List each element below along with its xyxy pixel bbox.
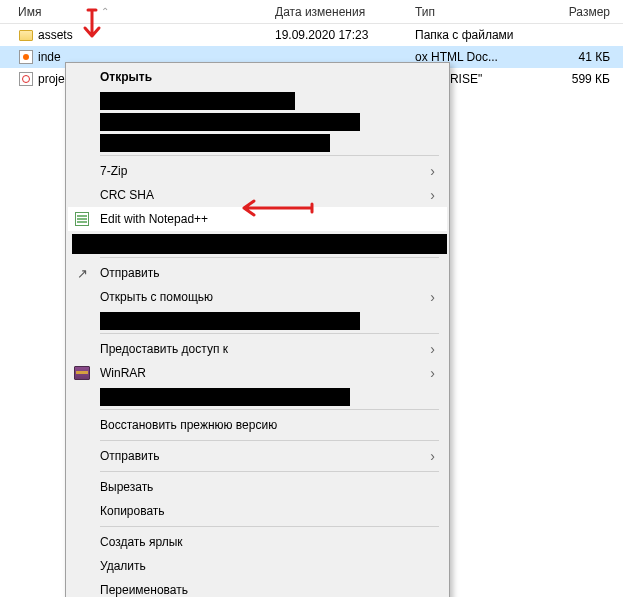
menu-winrar[interactable]: WinRAR › xyxy=(68,361,447,385)
menu-crcsha[interactable]: CRC SHA › xyxy=(68,183,447,207)
menu-separator xyxy=(100,333,439,334)
menu-grant-access[interactable]: Предоставить доступ к › xyxy=(68,337,447,361)
menu-label: Открыть с помощью xyxy=(100,290,430,304)
column-name-label: Имя xyxy=(18,5,41,19)
menu-copy[interactable]: Копировать xyxy=(68,499,447,523)
context-menu: Открыть 7-Zip › CRC SHA › Edit with Note… xyxy=(65,62,450,597)
menu-separator xyxy=(100,155,439,156)
sort-indicator-icon: ⌃ xyxy=(101,6,109,17)
menu-separator xyxy=(100,440,439,441)
menu-label: Удалить xyxy=(100,559,439,573)
winrar-icon xyxy=(72,363,92,383)
menu-7zip[interactable]: 7-Zip › xyxy=(68,159,447,183)
menu-send[interactable]: Отправить xyxy=(68,261,447,285)
menu-create-shortcut[interactable]: Создать ярлык xyxy=(68,530,447,554)
menu-label: Предоставить доступ к xyxy=(100,342,430,356)
file-type: Папка с файлами xyxy=(415,28,545,42)
menu-label: Отправить xyxy=(100,266,439,280)
mobirise-file-icon xyxy=(18,71,34,87)
file-name: proje xyxy=(38,72,65,86)
menu-restore-version[interactable]: Восстановить прежнюю версию xyxy=(68,413,447,437)
menu-delete[interactable]: Удалить xyxy=(68,554,447,578)
column-date[interactable]: Дата изменения xyxy=(275,5,415,19)
menu-label: WinRAR xyxy=(100,366,430,380)
menu-open-with[interactable]: Открыть с помощью › xyxy=(68,285,447,309)
submenu-arrow-icon: › xyxy=(430,187,435,203)
menu-separator xyxy=(100,409,439,410)
file-name: inde xyxy=(38,50,61,64)
menu-label: 7-Zip xyxy=(100,164,430,178)
menu-label: Создать ярлык xyxy=(100,535,439,549)
menu-separator xyxy=(100,471,439,472)
column-header-row: Имя ⌃ Дата изменения Тип Размер xyxy=(0,0,623,24)
submenu-arrow-icon: › xyxy=(430,289,435,305)
menu-label: Копировать xyxy=(100,504,439,518)
menu-label: Переименовать xyxy=(100,583,439,597)
menu-label: Отправить xyxy=(100,449,430,463)
menu-cut[interactable]: Вырезать xyxy=(68,475,447,499)
menu-label: Открыть xyxy=(100,70,439,84)
redacted-item xyxy=(100,134,330,152)
menu-separator xyxy=(100,257,439,258)
menu-edit-notepadpp[interactable]: Edit with Notepad++ xyxy=(68,207,447,231)
menu-label: Edit with Notepad++ xyxy=(100,212,439,226)
submenu-arrow-icon: › xyxy=(430,365,435,381)
file-size: 41 КБ xyxy=(545,50,620,64)
html-file-icon xyxy=(18,49,34,65)
redacted-item xyxy=(100,113,360,131)
folder-icon xyxy=(18,27,34,43)
menu-send-to[interactable]: Отправить › xyxy=(68,444,447,468)
column-size[interactable]: Размер xyxy=(545,5,620,19)
menu-label: Восстановить прежнюю версию xyxy=(100,418,439,432)
column-name[interactable]: Имя ⌃ xyxy=(0,5,275,19)
file-size: 599 КБ xyxy=(545,72,620,86)
column-type[interactable]: Тип xyxy=(415,5,545,19)
menu-label: CRC SHA xyxy=(100,188,430,202)
redacted-item xyxy=(100,312,360,330)
file-row-folder[interactable]: assets 19.09.2020 17:23 Папка с файлами xyxy=(0,24,623,46)
redacted-item xyxy=(100,388,350,406)
menu-separator xyxy=(100,526,439,527)
redacted-item xyxy=(100,92,295,110)
share-icon xyxy=(72,263,92,283)
notepadpp-icon xyxy=(72,209,92,229)
submenu-arrow-icon: › xyxy=(430,341,435,357)
file-date: 19.09.2020 17:23 xyxy=(275,28,415,42)
file-name: assets xyxy=(38,28,73,42)
menu-label: Вырезать xyxy=(100,480,439,494)
redacted-item xyxy=(72,234,447,254)
menu-rename[interactable]: Переименовать xyxy=(68,578,447,597)
submenu-arrow-icon: › xyxy=(430,448,435,464)
submenu-arrow-icon: › xyxy=(430,163,435,179)
menu-open[interactable]: Открыть xyxy=(68,65,447,89)
